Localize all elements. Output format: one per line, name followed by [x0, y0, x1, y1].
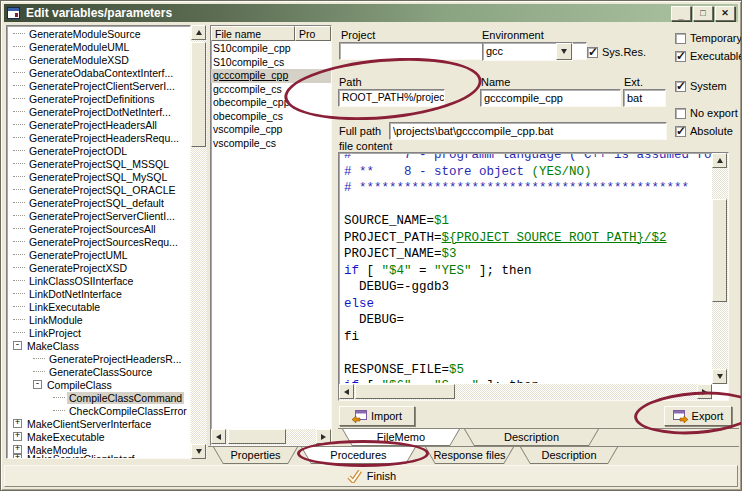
temporary-checkbox-box[interactable] [675, 33, 686, 44]
tree-item-label[interactable]: LinkDotNetInterface [27, 288, 124, 300]
minimize-button[interactable]: _ [671, 6, 691, 21]
tree-item[interactable]: GenerateProjectXSD [7, 261, 190, 274]
tree-item-label[interactable]: GenerateProjectSourcesAll [27, 223, 158, 235]
no-export-checkbox-box[interactable] [675, 108, 686, 119]
tree-item[interactable]: GenerateProjectODL [7, 144, 190, 157]
tree-item-label[interactable]: MakeClass [25, 340, 81, 352]
file-list-row[interactable]: vscompile_cs [211, 137, 331, 151]
file-list[interactable]: S10compile_cppS10compile_csgcccompile_cp… [211, 42, 331, 150]
tree-item[interactable]: GenerateProjectSourcesRequ... [7, 235, 190, 248]
full-path-input[interactable]: \projects\bat\gcccompile_cpp.bat [389, 122, 667, 140]
file-list-row[interactable]: obecompile_cpp [211, 96, 331, 110]
tree-item-label[interactable]: GenerateProjectDotNetInterf... [27, 106, 173, 118]
tree-scroll-up-button[interactable] [191, 25, 206, 40]
editor-scroll-up-button[interactable] [712, 153, 727, 168]
editor-scroll-left-button[interactable] [339, 384, 354, 399]
tree-item[interactable]: GenerateProjectSQL_ORACLE [7, 183, 190, 196]
close-button[interactable]: ✕ [715, 6, 735, 21]
temporary-checkbox[interactable]: Temporary [675, 32, 742, 44]
expand-icon[interactable]: + [13, 454, 22, 459]
tree-item[interactable]: GenerateProjectDotNetInterf... [7, 105, 190, 118]
tree-item[interactable]: GenerateProjectHeadersR... [7, 352, 190, 365]
tree-item-label[interactable]: GenerateProjectXSD [27, 262, 129, 274]
file-list-row[interactable]: obecompile_cs [211, 110, 331, 124]
tree-item[interactable]: GenerateProjectHeadersAll [7, 118, 190, 131]
file-list-scrollbar-thumb[interactable] [228, 429, 286, 444]
absolute-checkbox-box[interactable] [675, 126, 686, 137]
tree-item[interactable]: GenerateProjectSQL_default [7, 196, 190, 209]
path-input[interactable]: ROOT_PATH%/projects/bat [338, 89, 445, 107]
tree-item[interactable]: GenerateClassSource [7, 365, 190, 378]
tree-item-label[interactable]: GenerateProjectSourcesRequ... [27, 236, 180, 248]
tree-item-label[interactable]: LinkExecutable [27, 301, 102, 313]
editor-vertical-thumb[interactable] [712, 199, 727, 302]
file-list-scroll-right-button[interactable] [316, 429, 331, 444]
tree-item-label[interactable]: LinkModule [27, 314, 85, 326]
tree-item[interactable]: CheckCompileClassError [7, 404, 190, 417]
tree-item[interactable]: GenerateProjectHeadersRequ... [7, 131, 190, 144]
column-header-pro[interactable]: Pro [295, 26, 331, 41]
tree-scroll-down-button[interactable] [191, 444, 206, 459]
system-checkbox[interactable]: System [675, 80, 727, 92]
no-export-checkbox[interactable]: No export [675, 107, 738, 119]
editor-vertical-scrollbar[interactable] [712, 153, 728, 384]
tree-item[interactable]: -MakeClass [7, 339, 190, 352]
finish-button[interactable]: Finish [4, 465, 738, 487]
tree-item-label[interactable]: MakeServerClientInterf... [25, 453, 145, 460]
tree-item[interactable]: GenerateProjectUML [7, 248, 190, 261]
file-list-row[interactable]: vscompile_cpp [211, 123, 331, 137]
tree-item-label[interactable]: GenerateProjectSQL_ORACLE [27, 184, 178, 196]
tab-properties[interactable]: Properties [213, 447, 298, 464]
tab-description[interactable]: Description [520, 447, 618, 464]
import-button[interactable]: Import [339, 406, 415, 426]
sys-res-checkbox-box[interactable] [587, 47, 598, 58]
file-list-scroll-left-button[interactable] [211, 429, 226, 444]
tree-item-label[interactable]: GenerateModuleSource [27, 28, 143, 40]
tree-item-label[interactable]: GenerateProjectServerClientI... [27, 210, 177, 222]
tree-item-label[interactable]: CompileClassCommand [67, 392, 184, 404]
ext-input[interactable]: bat [623, 89, 666, 107]
tree-item-label[interactable]: LinkProject [27, 327, 83, 339]
tree-item[interactable]: GenerateOdabaContextInterf... [7, 66, 190, 79]
tree-item[interactable]: +MakeClientServerInterface [7, 417, 190, 430]
tree-item[interactable]: GenerateProjectDefinitions [7, 92, 190, 105]
editor-horizontal-thumb[interactable] [355, 384, 455, 399]
system-checkbox-box[interactable] [675, 81, 686, 92]
tree-item-label[interactable]: MakeExecutable [25, 431, 107, 443]
editor-scroll-down-button[interactable] [712, 369, 727, 384]
tree-item[interactable]: GenerateProjectSQL_MySQL [7, 170, 190, 183]
tree-item[interactable]: GenerateProjectServerClientI... [7, 209, 190, 222]
file-list-row[interactable]: gcccompile_cpp [211, 69, 331, 83]
export-button[interactable]: Export [664, 406, 732, 426]
expand-icon[interactable]: + [13, 432, 22, 441]
tree-item-label[interactable]: GenerateProjectDefinitions [27, 93, 156, 105]
tree-item-label[interactable]: GenerateProjectSQL_MSSQL [27, 158, 171, 170]
editor-horizontal-scrollbar[interactable] [339, 384, 712, 400]
procedure-tree[interactable]: GenerateModuleSourceGenerateModuleUMLGen… [6, 25, 191, 459]
tree-item[interactable]: -CompileClass [7, 378, 190, 391]
tree-item-label[interactable]: GenerateModuleUML [27, 41, 131, 53]
collapse-icon[interactable]: - [13, 341, 22, 350]
tree-item-label[interactable]: CheckCompileClassError [67, 405, 189, 417]
tree-item[interactable]: GenerateProjectSourcesAll [7, 222, 190, 235]
tree-item[interactable]: LinkDotNetInterface [7, 287, 190, 300]
tree-item-label[interactable]: GenerateClassSource [47, 366, 154, 378]
tree-item-label[interactable]: MakeClientServerInterface [25, 418, 153, 430]
collapse-icon[interactable]: - [33, 380, 42, 389]
tree-item[interactable]: LinkProject [7, 326, 190, 339]
tree-item-label[interactable]: GenerateOdabaContextInterf... [27, 67, 175, 79]
tab-filememo[interactable]: FileMemo [342, 429, 460, 446]
tree-item-label[interactable]: GenerateProjectHeadersAll [27, 119, 159, 131]
executable-checkbox-box[interactable] [675, 51, 686, 62]
tree-item[interactable]: GenerateModuleSource [7, 27, 190, 40]
tree-item[interactable]: LinkExecutable [7, 300, 190, 313]
tree-item-label[interactable]: GenerateProjectSQL_default [27, 197, 166, 209]
file-list-row[interactable]: gcccompile_cs [211, 83, 331, 97]
environment-dropdown-button[interactable] [556, 43, 572, 60]
tree-item[interactable]: +MakeExecutable [7, 430, 190, 443]
title-bar[interactable]: Edit variables/parameters _ □ ✕ [4, 4, 738, 22]
tree-item-label[interactable]: CompileClass [45, 379, 114, 391]
tab-description[interactable]: Description [464, 429, 599, 446]
tree-item[interactable]: GenerateModuleUML [7, 40, 190, 53]
maximize-button[interactable]: □ [693, 6, 713, 21]
